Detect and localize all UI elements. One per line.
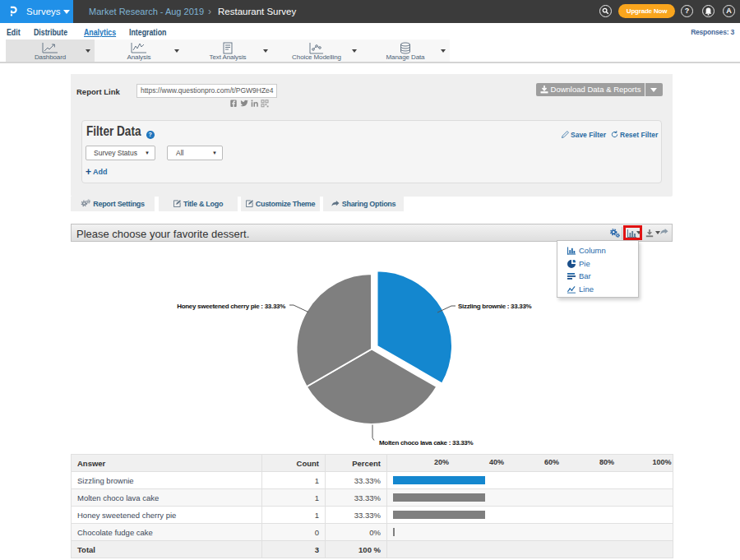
svg-text:Molten choco lava cake : 33.33: Molten choco lava cake : 33.33% bbox=[379, 439, 473, 447]
svg-text:Sizzling brownie : 33.33%: Sizzling brownie : 33.33% bbox=[458, 303, 532, 310]
svg-text:Honey sweetened cherry pie : 3: Honey sweetened cherry pie : 33.33% bbox=[177, 303, 285, 310]
